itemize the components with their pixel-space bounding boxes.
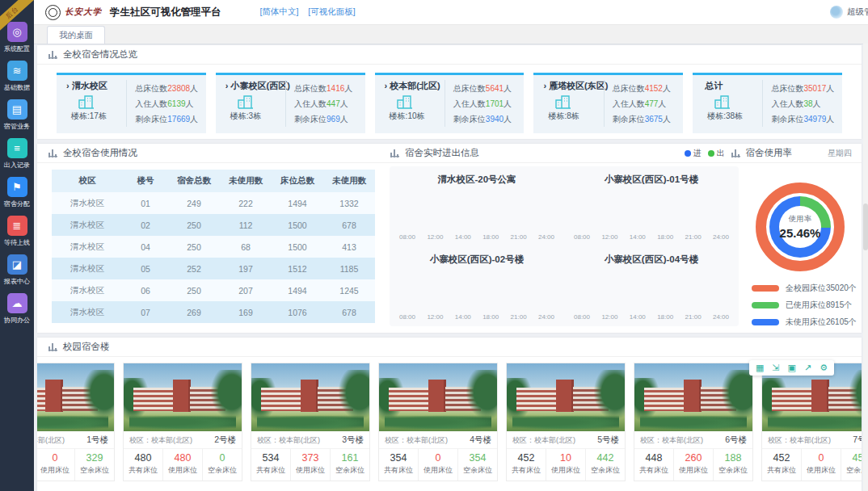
- sidebar-item-label: 等待上线: [4, 238, 30, 247]
- sidebar-item-label: 出入记录: [4, 161, 30, 170]
- campus-name: 小寨校区(西区): [230, 81, 289, 90]
- buildings-title: 校园宿舍楼: [63, 341, 110, 353]
- table-row[interactable]: 渭水校区 05 252 197 1512 1185: [52, 258, 375, 279]
- campus-card[interactable]: ›小寨校区(西区) 楼栋:3栋 总床位数1416人 入住人数447人 剩余床位9…: [216, 73, 365, 133]
- header-user[interactable]: 超级管理: [830, 6, 868, 19]
- building-art: [428, 380, 446, 412]
- cell-dorm-total: 249: [168, 199, 220, 208]
- campus-card[interactable]: ›校本部(北区) 楼栋:10栋 总床位数5641人 入住人数1701人 剩余床位…: [375, 73, 525, 133]
- table-row[interactable]: 渭水校区 01 249 222 1494 1332: [52, 192, 375, 214]
- settings-gear-icon[interactable]: ⚙: [820, 363, 828, 373]
- scrollbar-track[interactable]: [863, 44, 868, 491]
- sidebar-item-label: 报表中心: [4, 277, 30, 286]
- campus-card[interactable]: ›雁塔校区(东区) 楼栋:8栋 总床位数4152人 入住人数477人 剩余床位3…: [533, 73, 683, 133]
- building-card[interactable]: 校区：校本部(北区) 3号楼 534 共有床位 373 使用床位: [251, 363, 370, 481]
- chevron-right-icon: ›: [543, 81, 546, 90]
- bush-art: [512, 415, 618, 429]
- user-avatar-icon[interactable]: [830, 6, 843, 19]
- building-card[interactable]: 校区：校本部(北区) 7号楼 452 共有床位 0 使用床位: [761, 363, 862, 481]
- gear-compass-icon: ◎: [7, 22, 27, 42]
- beds-total-value: 534: [251, 452, 290, 464]
- overview-title: 全校宿舍情况总览: [63, 48, 137, 61]
- building-photo: [634, 363, 752, 431]
- donut-center-label: 使用率: [789, 214, 812, 225]
- building-name: 6号楼: [725, 434, 747, 446]
- occupied-value: 1701: [486, 99, 504, 108]
- bar-chart-icon: [731, 149, 740, 157]
- main-content: 全校宿舍情况总览 ›渭水校区 楼栋:17栋 总床位数23808人: [34, 44, 868, 491]
- sidebar-item[interactable]: ⚑ 宿舍分配: [3, 177, 31, 209]
- campus-name: 校本部(北区): [390, 81, 440, 90]
- building-card[interactable]: 校区：校本部(北区) 5号楼 452 共有床位 10 使用床位: [506, 363, 626, 481]
- building-name: 5号楼: [597, 434, 619, 446]
- header-link[interactable]: [简体中文]: [260, 6, 299, 18]
- save-icon[interactable]: ▣: [788, 363, 796, 373]
- weekday-label: 星期四: [828, 148, 852, 159]
- cell-dorm-total: 250: [168, 242, 220, 252]
- campus-card-left: ›校本部(北区) 楼栋:10栋: [381, 80, 445, 127]
- building-card[interactable]: 校区：校本部(北区) 2号楼 480 共有床位 480 使用床位: [123, 363, 242, 481]
- bush-art: [640, 415, 746, 429]
- usage-panel: 全校宿舍使用情况 宿舍实时进出信息 进 出: [37, 144, 862, 333]
- occupied-value: 6139: [167, 99, 185, 108]
- sidebar-item[interactable]: ≣ 等待上线: [3, 216, 31, 248]
- col-header: 楼号: [123, 175, 168, 187]
- building-art: [516, 388, 559, 411]
- campus-card[interactable]: 总计 楼栋:38栋 总床位数35017人 入住人数38人 剩余床位34979人: [693, 73, 842, 133]
- cell-dorm-total: 250: [168, 286, 220, 296]
- sidebar-item[interactable]: ▤ 宿管业务: [3, 99, 31, 132]
- campus-card[interactable]: ›渭水校区 楼栋:17栋 总床位数23808人 入住人数6139人 剩余床位17…: [57, 73, 206, 133]
- sidebar-item[interactable]: ≡ 出入记录: [3, 138, 31, 170]
- beds-total-value: 452: [762, 452, 801, 464]
- building-name: 4号楼: [470, 434, 491, 446]
- tab-my-desktop[interactable]: 我的桌面: [47, 26, 105, 44]
- building-card[interactable]: 校区：校本部(北区) 6号楼 448 共有床位 260 使用床位: [634, 363, 753, 481]
- cell-bed-total: 1500: [272, 220, 323, 230]
- building-card[interactable]: 校区：校本部(北区) 4号楼 354 共有床位 0 使用床位: [378, 363, 498, 481]
- header-link[interactable]: [可视化面板]: [308, 6, 355, 18]
- sidebar-item[interactable]: ◎ 系统配置: [3, 22, 31, 54]
- bush-art: [37, 415, 108, 429]
- sidebar-item[interactable]: ≋ 基础数据: [3, 61, 31, 93]
- campus-card-left: ›渭水校区 楼栋:17栋: [63, 80, 126, 127]
- university-name: 长安大学: [65, 6, 102, 18]
- cell-campus: 渭水校区: [52, 220, 123, 231]
- campus-card-left: 总计 楼栋:38栋: [699, 80, 762, 127]
- sidebar-item-label: 宿舍分配: [4, 199, 30, 208]
- sidebar-item-label: 基础数据: [4, 83, 30, 92]
- table-row[interactable]: 渭水校区 07 269 169 1076 678: [52, 301, 375, 323]
- building-card[interactable]: 校区：校本部(北区) 1号楼 共有床位 0 使用床位 329: [37, 363, 115, 481]
- campus-card-stats: 总床位数5641人 入住人数1701人 剩余床位3940人: [445, 80, 518, 127]
- realtime-mini-chart: 小寨校区(西区)-01号楼 08:00 12:00 14:00 18:00 21…: [564, 166, 739, 246]
- bush-art: [385, 415, 491, 429]
- fullscreen-icon[interactable]: ⇲: [772, 363, 779, 373]
- table-row[interactable]: 渭水校区 02 250 112 1500 678: [52, 214, 375, 236]
- cell-campus: 渭水校区: [52, 198, 123, 209]
- cell-dorm-unused: 222: [220, 199, 272, 208]
- campus-card-left: ›小寨校区(西区) 楼栋:3栋: [222, 80, 285, 127]
- database-icon: ≋: [7, 61, 27, 81]
- sidebar-item[interactable]: ◪ 报表中心: [3, 254, 31, 287]
- grid-icon[interactable]: ▦: [756, 363, 764, 373]
- cell-bed-total: 1500: [272, 242, 323, 252]
- tree-art: [339, 370, 369, 418]
- bush-art: [768, 415, 862, 429]
- export-icon[interactable]: ↗: [804, 363, 811, 373]
- campus-card-stats: 总床位数35017人 入住人数38人 剩余床位34979人: [762, 80, 836, 127]
- scrollbar-thumb[interactable]: [863, 204, 868, 250]
- remaining-beds-value: 3675: [645, 115, 663, 124]
- table-row[interactable]: 渭水校区 04 250 68 1500 413: [52, 236, 375, 258]
- building-photo: [251, 363, 369, 431]
- chevron-right-icon: ›: [66, 81, 70, 90]
- sidebar-item[interactable]: ☁ 协同办公: [3, 293, 31, 325]
- tree-art: [849, 370, 862, 418]
- cell-bed-unused: 413: [323, 242, 375, 252]
- beds-free-value: 452: [841, 452, 862, 464]
- cell-dorm-unused: 169: [220, 308, 272, 317]
- building-photo: [37, 363, 114, 431]
- building-art: [301, 380, 318, 412]
- building-icon: [396, 94, 412, 109]
- building-campus: 校区：校本部(北区): [385, 435, 448, 446]
- beds-total-value: 452: [507, 452, 546, 464]
- table-row[interactable]: 渭水校区 06 250 207 1494 1245: [52, 279, 375, 301]
